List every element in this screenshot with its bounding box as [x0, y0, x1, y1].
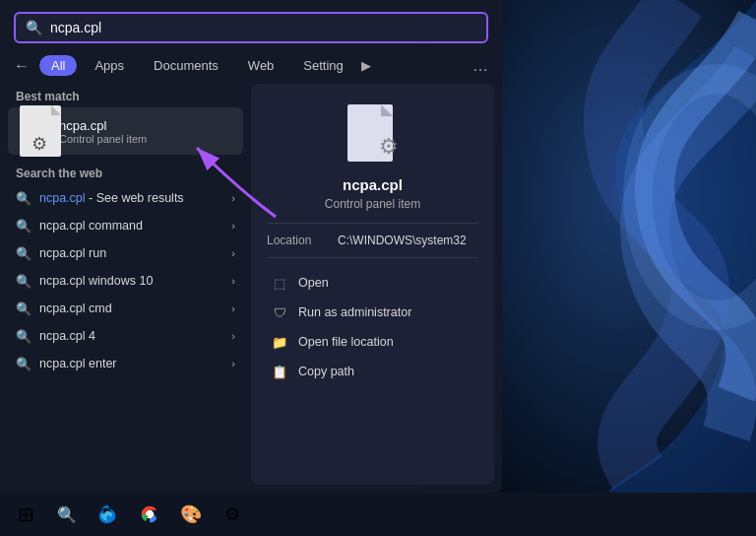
chrome-button[interactable] [132, 497, 167, 532]
search-input[interactable] [50, 20, 476, 35]
list-item[interactable]: 🔍 ncpa.cpl run › [8, 239, 243, 267]
best-match-name: ncpa.cpl [59, 118, 147, 133]
action-open[interactable]: ⬚ Open [267, 268, 478, 298]
web-result-text-6: ncpa.cpl 4 [39, 329, 223, 343]
open-icon: ⬚ [271, 274, 288, 292]
play-icon[interactable]: ▶ [361, 58, 371, 73]
detail-app-name: ncpa.cpl [343, 176, 403, 193]
filter-tabs: ← All Apps Documents Web Setting ▶ … [0, 51, 502, 84]
more-button[interactable]: … [472, 57, 488, 75]
best-match-text: ncpa.cpl Control panel item [59, 118, 147, 145]
search-web-icon-2: 🔍 [16, 218, 32, 234]
tab-documents[interactable]: Documents [142, 55, 230, 76]
search-web-icon-7: 🔍 [16, 356, 32, 371]
arrow-icon-2: › [231, 220, 235, 232]
web-result-text-3: ncpa.cpl run [39, 246, 223, 260]
detail-panel: ⚙ ncpa.cpl Control panel item Location C… [251, 84, 494, 485]
taskbar: ⊞ 🔍 🎨 ⚙ [0, 493, 756, 536]
left-panel: Best match ⚙ ncpa.cpl Control panel item [0, 84, 251, 493]
action-open-file-location[interactable]: 📁 Open file location [267, 327, 478, 357]
tab-setting[interactable]: Setting [291, 55, 354, 76]
search-web-icon-4: 🔍 [16, 273, 32, 289]
svg-point-4 [148, 512, 153, 517]
search-web-label: Search the web [8, 163, 243, 184]
action-run-as-admin[interactable]: 🛡 Run as administrator [267, 298, 478, 327]
search-bar[interactable]: 🔍 [14, 12, 488, 43]
web-result-text-7: ncpa.cpl enter [39, 357, 223, 370]
search-web-icon-6: 🔍 [16, 328, 32, 344]
content-area: Best match ⚙ ncpa.cpl Control panel item [0, 84, 502, 493]
action-location-label: Open file location [298, 335, 394, 349]
action-copy-path[interactable]: 📋 Copy path [267, 357, 478, 386]
best-match-type: Control panel item [59, 133, 147, 145]
desktop: 🔍 ← All Apps Documents Web Setting ▶ … B… [0, 0, 756, 536]
cpl-file-icon: ⚙ [18, 103, 49, 159]
list-item[interactable]: 🔍 ncpa.cpl - See web results › [8, 184, 243, 212]
search-icon: 🔍 [26, 20, 42, 35]
tab-all[interactable]: All [39, 55, 77, 76]
search-web-icon-3: 🔍 [16, 245, 32, 261]
color-app-button[interactable]: 🎨 [173, 497, 209, 532]
list-item[interactable]: 🔍 ncpa.cpl windows 10 › [8, 267, 243, 295]
web-result-text-2: ncpa.cpl command [39, 219, 223, 233]
search-button[interactable]: 🔍 [49, 497, 85, 532]
edge-button[interactable] [91, 497, 126, 532]
list-item[interactable]: 🔍 ncpa.cpl enter › [8, 350, 243, 377]
action-copy-label: Copy path [298, 365, 354, 378]
copy-icon: 📋 [271, 363, 288, 380]
list-item[interactable]: 🔍 ncpa.cpl 4 › [8, 322, 243, 350]
search-web-icon: 🔍 [16, 190, 32, 206]
location-row: Location C:\WINDOWS\system32 [267, 234, 478, 258]
folder-icon: 📁 [271, 333, 288, 351]
arrow-icon-4: › [231, 275, 235, 287]
best-match-icon: ⚙ [18, 115, 49, 147]
arrow-icon-1: › [231, 192, 235, 204]
search-web-icon-5: 🔍 [16, 301, 32, 316]
detail-app-type: Control panel item [325, 197, 420, 211]
arrow-icon-7: › [231, 358, 235, 369]
best-match-item[interactable]: ⚙ ncpa.cpl Control panel item [8, 107, 243, 155]
action-open-label: Open [298, 276, 329, 290]
tab-web[interactable]: Web [236, 55, 286, 76]
divider-1 [267, 223, 478, 224]
back-button[interactable]: ← [14, 57, 30, 75]
tab-apps[interactable]: Apps [83, 55, 136, 76]
location-label: Location [267, 234, 326, 247]
app-icon-large: ⚙ [342, 103, 405, 167]
shield-icon: 🛡 [271, 303, 288, 321]
start-menu: 🔍 ← All Apps Documents Web Setting ▶ … B… [0, 0, 502, 493]
arrow-icon-5: › [231, 302, 235, 314]
search-bar-wrapper: 🔍 [0, 0, 502, 51]
web-result-text-1: ncpa.cpl - See web results [39, 191, 223, 205]
web-result-text-5: ncpa.cpl cmd [39, 302, 223, 315]
location-value: C:\WINDOWS\system32 [338, 234, 467, 247]
arrow-icon-6: › [231, 330, 235, 342]
web-result-text-4: ncpa.cpl windows 10 [39, 274, 223, 288]
list-item[interactable]: 🔍 ncpa.cpl command › [8, 212, 243, 239]
start-button[interactable]: ⊞ [8, 497, 43, 532]
cpl-large-icon: ⚙ [347, 104, 399, 166]
settings-button[interactable]: ⚙ [215, 497, 250, 532]
arrow-icon-3: › [231, 247, 235, 259]
list-item[interactable]: 🔍 ncpa.cpl cmd › [8, 295, 243, 322]
action-admin-label: Run as administrator [298, 305, 411, 319]
